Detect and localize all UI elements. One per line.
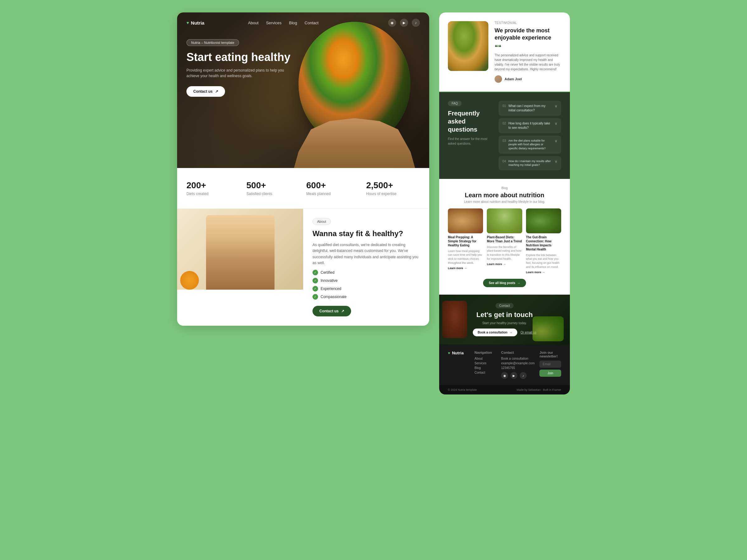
faq-item-3[interactable]: 03 Are the diet plans suitable for peopl… [499, 136, 561, 154]
faq-item-4[interactable]: 04 How do I maintain my results after re… [499, 156, 561, 170]
youtube-icon[interactable]: ▶ [400, 19, 408, 27]
footer-contact-col: Contact Book a consultation example@exam… [501, 351, 535, 379]
book-consultation-button[interactable]: Book a consultation → [473, 328, 518, 336]
blog-card-title-1: Meal Prepping: A Simple Strategy for Hea… [448, 235, 483, 247]
testimonial-content: Testimonial We provide the most enjoyabl… [495, 21, 561, 83]
blog-section: Blog Learn more about nutrition Learn mo… [439, 179, 570, 295]
about-features-list: ✓ Certified ✓ Innovative ✓ Experienced ✓… [312, 270, 420, 300]
faq-item-4-content: 04 How do I maintain my results after re… [503, 159, 551, 167]
feature-label-certified: Certified [320, 270, 335, 275]
stat-number-clients: 500+ [247, 181, 300, 190]
footer-email: example@example.com [501, 362, 535, 365]
hero-cta-button[interactable]: Contact us ↗ [186, 86, 225, 97]
faq-item-2-content: 02 How long does it typically take to se… [503, 121, 551, 130]
faq-num-4: 04 [503, 160, 506, 163]
faq-title: Frequently asked questions [448, 109, 492, 133]
blog-image-1 [448, 209, 483, 233]
feature-compassionate: ✓ Compassionate [312, 294, 420, 300]
footer-newsletter-col: Join our newsletter! Join [539, 351, 561, 379]
footer-phone: 12345765 [501, 366, 535, 370]
nav-links: About Services Blog Contact [248, 21, 319, 25]
about-cta-button[interactable]: Contact us ↗ [312, 306, 351, 316]
footer: ♥ Nutria Navigation About Services Blog … [439, 344, 570, 385]
check-icon-experienced: ✓ [312, 286, 318, 292]
blog-card-desc-2: Discover the benefits of plant-based eat… [487, 245, 522, 261]
faq-num-1: 01 [503, 104, 506, 108]
faq-item-2[interactable]: 02 How long does it typically take to se… [499, 118, 561, 133]
about-description: As qualified diet consultants, we're ded… [312, 242, 420, 266]
faq-item-3-content: 03 Are the diet plans suitable for peopl… [503, 139, 551, 151]
footer-link-services[interactable]: Services [475, 362, 496, 365]
contact-fruits-left [442, 301, 467, 338]
footer-copyright: © 2024 Nutria template [448, 388, 477, 391]
nav-link-services[interactable]: Services [266, 21, 282, 25]
blog-card-3: The Gut-Brain Connection: How Nutrition … [526, 209, 561, 274]
blog-tag: Blog [448, 186, 561, 190]
hero-cta-icon: ↗ [215, 89, 218, 94]
about-image [177, 209, 303, 290]
faq-chevron-1: ∨ [555, 104, 558, 108]
contact-actions: Book a consultation → Or email us [473, 328, 537, 336]
stat-number-diets: 200+ [186, 181, 240, 190]
book-btn-label: Book a consultation [478, 331, 508, 334]
blog-grid: Meal Prepping: A Simple Strategy for Hea… [448, 209, 561, 274]
hero-cta-label: Contact us [193, 89, 212, 94]
blog-learn-more-1[interactable]: Learn more → [448, 267, 483, 270]
faq-question-3: Are the diet plans suitable for people w… [508, 139, 551, 151]
blog-title: Learn more about nutrition [448, 192, 561, 199]
book-btn-icon: → [509, 331, 512, 334]
faq-left: FAQ Frequently asked questions Find the … [448, 101, 492, 170]
nav-link-contact[interactable]: Contact [305, 21, 319, 25]
blog-learn-more-3[interactable]: Learn more → [526, 271, 561, 274]
faq-section: FAQ Frequently asked questions Find the … [439, 92, 570, 179]
author-name: Adam Joel [505, 77, 522, 81]
faq-item-1[interactable]: 01 What can I expect from my initial con… [499, 101, 561, 116]
quote-icon: ❝❝ [495, 44, 561, 50]
contact-subtitle: Start your healthy journey today. [482, 321, 526, 325]
stat-label-clients: Satisfied clients [247, 192, 300, 196]
check-icon-compassionate: ✓ [312, 294, 318, 300]
newsletter-email-input[interactable] [539, 361, 561, 368]
blog-card-desc-1: Learn how meal prepping can save time an… [448, 249, 483, 265]
feature-innovative: ✓ Innovative [312, 278, 420, 284]
footer-contact-title: Contact [501, 351, 535, 354]
about-section: About Wanna stay fit & healthy? As quali… [177, 209, 429, 326]
author-avatar [495, 75, 502, 83]
footer-link-blog[interactable]: Blog [475, 366, 496, 370]
about-title: Wanna stay fit & healthy? [312, 229, 420, 238]
tiktok-icon[interactable]: ♪ [412, 19, 420, 27]
see-all-posts-button[interactable]: See all blog posts → [483, 279, 526, 287]
footer-logo: ♥ Nutria [448, 351, 470, 355]
footer-book-consultation: Book a consultation [501, 357, 535, 360]
footer-youtube-icon[interactable]: ▶ [511, 372, 517, 379]
footer-brand-col: ♥ Nutria [448, 351, 470, 379]
nav-link-about[interactable]: About [248, 21, 259, 25]
hero-section: ♥ Nutria About Services Blog Contact ◉ ▶… [177, 12, 429, 168]
footer-brand-name: Nutria [452, 351, 464, 355]
faq-item-1-content: 01 What can I expect from my initial con… [503, 104, 551, 113]
about-badge: About [312, 218, 331, 225]
faq-subtitle: Find the answer for the most asked quest… [448, 137, 492, 146]
footer-link-about[interactable]: About [475, 357, 496, 360]
newsletter-join-button[interactable]: Join [539, 370, 561, 377]
footer-link-contact[interactable]: Contact [475, 371, 496, 374]
footer-bottom: © 2024 Nutria template Made by Sebastian… [439, 385, 570, 395]
check-icon-innovative: ✓ [312, 278, 318, 284]
blog-card-title-2: Plant-Based Diets: More Than Just a Tren… [487, 235, 522, 243]
testimonial-food-image [448, 21, 488, 71]
stats-section: 200+ Diets created 500+ Satisfied client… [177, 168, 429, 209]
blog-learn-more-2[interactable]: Learn more → [487, 263, 522, 266]
instagram-icon[interactable]: ◉ [388, 19, 396, 27]
stat-label-meals: Meals planned [306, 192, 360, 196]
about-fruits-image [180, 271, 199, 290]
footer-tiktok-icon[interactable]: ♪ [520, 372, 526, 379]
stat-hours: 2,500+ Hours of expertise [366, 181, 420, 196]
nav-link-blog[interactable]: Blog [289, 21, 297, 25]
nav-logo[interactable]: ♥ Nutria [186, 20, 205, 26]
testimonial-text: The personalized advice and support rece… [495, 53, 561, 72]
feature-certified: ✓ Certified [312, 270, 420, 275]
footer-nav-col: Navigation About Services Blog Contact [475, 351, 496, 379]
faq-chevron-2: ∨ [555, 121, 558, 126]
footer-instagram-icon[interactable]: ◉ [501, 372, 508, 379]
testimonial-title: We provide the most enjoyable experience [495, 27, 561, 42]
